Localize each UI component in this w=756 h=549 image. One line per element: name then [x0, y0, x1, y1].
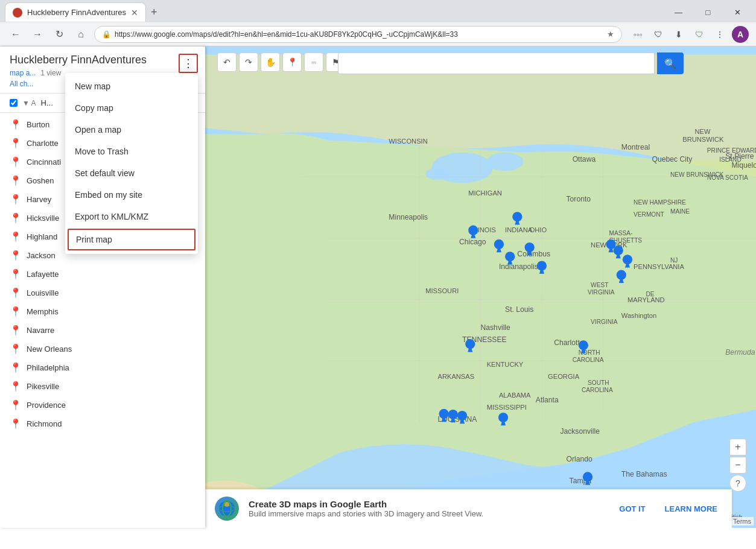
forward-button[interactable]: → — [29, 26, 46, 43]
svg-text:Nashville: Nashville — [481, 323, 511, 332]
dropdown-move-trash[interactable]: Move to Trash — [65, 141, 198, 162]
svg-text:Indianapolis: Indianapolis — [499, 262, 538, 271]
pin-icon: 📍 — [10, 381, 22, 392]
home-button[interactable]: ⌂ — [72, 26, 89, 43]
help-button[interactable]: ? — [729, 475, 746, 492]
pin-icon: 📍 — [10, 362, 22, 373]
map-views: 1 view — [40, 69, 61, 77]
dropdown-new-map[interactable]: New map — [65, 75, 198, 97]
map-area[interactable]: Minneapolis Chicago Indianapolis Columbu… — [205, 46, 756, 528]
minimize-button[interactable]: — — [665, 2, 692, 22]
extensions-icon[interactable]: 🛡 — [650, 26, 667, 43]
marker-button[interactable]: 📍 — [282, 52, 302, 72]
dropdown-print-map[interactable]: Print map — [68, 229, 195, 250]
pin-icon: 📍 — [10, 138, 22, 149]
location-name: Charlotte — [27, 139, 59, 148]
dropdown-default-view[interactable]: Set default view — [65, 162, 198, 184]
redo-button[interactable]: ↷ — [239, 52, 258, 72]
map-title: Huckleberry FinnAdventures — [10, 54, 195, 66]
hand-tool-button[interactable]: ✋ — [261, 52, 280, 72]
pin-icon: 📍 — [10, 175, 22, 186]
list-item[interactable]: 📍 Richmond — [0, 414, 205, 433]
pin-icon: 📍 — [10, 156, 22, 168]
svg-text:Minneapolis: Minneapolis — [389, 213, 428, 221]
new-tab-button[interactable]: + — [146, 2, 162, 22]
pin-icon: 📍 — [10, 418, 22, 430]
svg-text:GEORGIA: GEORGIA — [548, 373, 580, 380]
bookmark-icon[interactable]: ★ — [607, 30, 614, 39]
pin-icon: 📍 — [10, 250, 22, 261]
pin-icon: 📍 — [10, 212, 22, 224]
map-search: 🔍 — [338, 52, 684, 74]
earth-banner: Create 3D maps in Google Earth Build imm… — [205, 489, 732, 528]
reload-button[interactable]: ↻ — [51, 26, 68, 43]
sidebar-header: Huckleberry FinnAdventures map a... 1 vi… — [0, 46, 205, 94]
list-item[interactable]: 📍 Lafayette — [0, 265, 205, 284]
dropdown-export-kml[interactable]: Export to KML/KMZ — [65, 206, 198, 227]
tab-close-icon[interactable]: ✕ — [131, 8, 138, 17]
location-name: Goshen — [27, 176, 54, 185]
shield-icon[interactable]: 🛡 — [691, 26, 708, 43]
list-item[interactable]: 📍 New Orleans — [0, 340, 205, 358]
map-background: Minneapolis Chicago Indianapolis Columbu… — [205, 46, 756, 528]
menu-icon[interactable]: ⋮ — [711, 26, 728, 43]
dropdown-copy-map[interactable]: Copy map — [65, 97, 198, 119]
location-name: Hicksville — [27, 214, 59, 223]
location-name: Navarre — [27, 326, 54, 335]
three-dot-button[interactable]: ⋮ — [179, 54, 198, 73]
svg-text:VIRGINIA: VIRGINIA — [591, 319, 618, 325]
location-name: Cincinnati — [27, 157, 61, 167]
svg-text:ALABAMA: ALABAMA — [499, 392, 531, 399]
zoom-out-button[interactable]: − — [729, 457, 746, 474]
svg-text:WISCONSIN: WISCONSIN — [389, 138, 427, 145]
list-item[interactable]: 📍 Memphis — [0, 302, 205, 321]
svg-text:NEW HAMPSHIRE: NEW HAMPSHIRE — [634, 199, 686, 206]
avatar[interactable]: A — [732, 26, 749, 43]
location-name: Louisville — [27, 288, 59, 297]
svg-text:MICHIGAN: MICHIGAN — [468, 189, 502, 197]
url-text: https://www.google.com/maps/d/edit?hl=en… — [115, 30, 603, 39]
svg-text:NOVA SCOTIA: NOVA SCOTIA — [707, 174, 748, 181]
svg-text:MASSA-: MASSA- — [609, 230, 633, 236]
svg-point-117 — [224, 502, 229, 507]
list-item[interactable]: 📍 Louisville — [0, 284, 205, 302]
dropdown-open-map[interactable]: Open a map — [65, 119, 198, 141]
layer-checkbox[interactable] — [10, 99, 17, 107]
list-item[interactable]: 📍 Navarre — [0, 321, 205, 340]
zoom-in-button[interactable]: + — [729, 439, 746, 455]
map-search-input[interactable] — [338, 52, 655, 74]
location-name: Providence — [27, 401, 66, 410]
list-item[interactable]: 📍 Pikesville — [0, 377, 205, 396]
browser-tab[interactable]: Huckleberry FinnAdventures ✕ — [5, 2, 146, 22]
draw-line-button[interactable]: ⎓ — [304, 52, 323, 72]
tab-favicon — [13, 8, 22, 17]
earth-logo — [215, 497, 239, 521]
svg-text:KENTUCKY: KENTUCKY — [487, 361, 524, 368]
svg-text:CAROLINA: CAROLINA — [582, 387, 613, 393]
location-name: Richmond — [27, 419, 62, 428]
learn-more-button[interactable]: LEARN MORE — [660, 502, 722, 516]
earth-banner-text: Create 3D maps in Google Earth Build imm… — [249, 499, 605, 518]
download-icon[interactable]: ⬇ — [670, 26, 687, 43]
location-name: Philadelphia — [27, 363, 69, 372]
svg-text:MISSOURI: MISSOURI — [425, 287, 459, 294]
sidebar: Huckleberry FinnAdventures map a... 1 vi… — [0, 46, 205, 528]
map-search-button[interactable]: 🔍 — [657, 52, 684, 74]
location-name: Harvey — [27, 195, 51, 204]
map-link[interactable]: map a... — [10, 69, 36, 77]
svg-text:Orlando: Orlando — [567, 455, 592, 463]
maximize-button[interactable]: □ — [694, 2, 722, 22]
pin-icon: 📍 — [10, 399, 22, 411]
svg-text:OHIO: OHIO — [530, 226, 547, 233]
list-item[interactable]: 📍 Philadelphia — [0, 358, 205, 377]
dropdown-embed[interactable]: Embed on my site — [65, 184, 198, 206]
svg-text:ARKANSAS: ARKANSAS — [437, 373, 474, 380]
back-button[interactable]: ← — [7, 26, 24, 43]
layer-expand-icon[interactable]: ▼ A — [22, 99, 36, 107]
grid-icon[interactable]: ◦◦◦ — [629, 26, 646, 43]
undo-button[interactable]: ↶ — [217, 52, 237, 72]
list-item[interactable]: 📍 Providence — [0, 396, 205, 414]
got-it-button[interactable]: GOT IT — [614, 502, 650, 516]
close-button[interactable]: ✕ — [724, 2, 751, 22]
svg-text:MISSISSIPPI: MISSISSIPPI — [487, 404, 527, 411]
